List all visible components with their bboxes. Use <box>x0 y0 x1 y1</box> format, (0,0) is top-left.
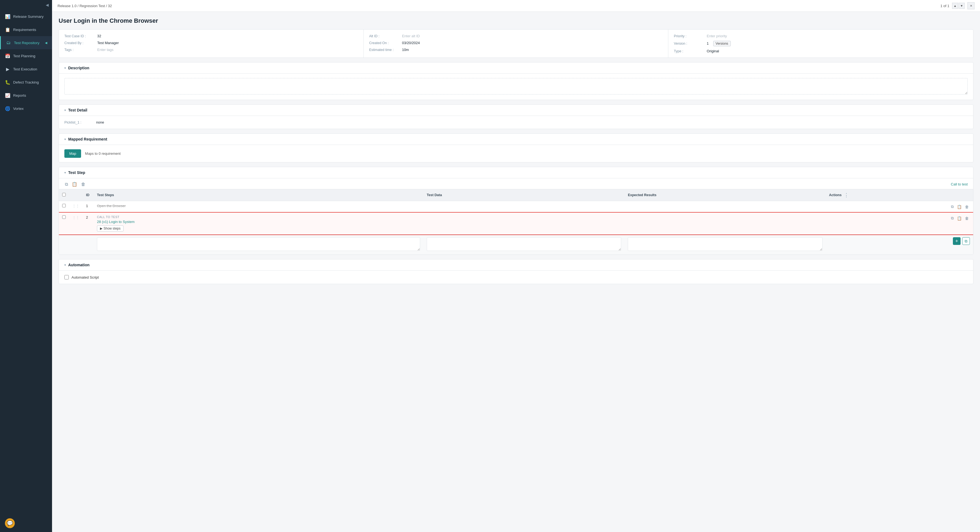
sidebar-bottom: 💬 <box>0 514 52 532</box>
row2-delete-button[interactable]: 🗑 <box>964 215 970 221</box>
sidebar-item-release-summary[interactable]: 📊 Release Summary <box>0 10 52 23</box>
col-header-expected-results: Expected Results <box>624 189 826 201</box>
alt-id-value[interactable]: Enter alt ID <box>402 34 420 38</box>
row2-copy-button[interactable]: ⧉ <box>950 215 955 221</box>
add-row-expected-input-cell <box>624 234 826 255</box>
info-card-middle: Alt ID : Enter alt ID Created On : 03/20… <box>364 30 668 57</box>
created-on-value: 03/20/2024 <box>402 41 420 45</box>
sidebar-item-label: Reports <box>13 93 26 97</box>
estimated-time-label: Estimated time : <box>369 48 399 52</box>
paste-step-button[interactable]: 📋 <box>71 181 78 187</box>
automation-chevron: ▾ <box>64 263 66 267</box>
test-detail-section-header[interactable]: ▾ Test Detail <box>59 105 973 116</box>
description-section-header[interactable]: ▾ Description <box>59 62 973 74</box>
sidebar-item-label: Requirements <box>13 28 36 32</box>
sidebar-item-defect-tracking[interactable]: 🐛 Defect Tracking <box>0 76 52 89</box>
chat-button[interactable]: 💬 <box>5 518 15 528</box>
step-toolbar: ⧉ 📋 🗑 Call to test <box>59 178 973 189</box>
description-textarea[interactable] <box>64 78 968 94</box>
new-test-data-input[interactable] <box>427 237 621 251</box>
sidebar-item-test-execution[interactable]: ▶ Test Execution <box>0 62 52 76</box>
row2-paste-button[interactable]: 📋 <box>956 215 963 221</box>
type-label: Type : <box>674 49 704 53</box>
row2-checkbox-cell <box>59 213 69 234</box>
sidebar-item-label: Release Summary <box>13 14 43 19</box>
topbar: Release 1.0 / Regression Test / 32 1 of … <box>52 0 980 12</box>
automated-script-checkbox[interactable] <box>64 275 69 279</box>
row1-expected-results <box>624 201 826 213</box>
test-step-title: Test Step <box>68 170 85 175</box>
created-by-value: Test Manager <box>97 41 119 45</box>
versions-button[interactable]: Versions <box>713 41 731 46</box>
tags-value[interactable]: Enter tags <box>97 48 113 52</box>
test-step-section-header[interactable]: ▾ Test Step <box>59 167 973 178</box>
add-step-button[interactable]: + <box>953 237 961 245</box>
close-panel-button[interactable]: ✕ <box>967 2 975 9</box>
sidebar-item-label: Defect Tracking <box>13 80 39 84</box>
new-step-input[interactable] <box>97 237 420 251</box>
test-repository-icon: 🗂 <box>6 40 11 45</box>
row1-checkbox[interactable] <box>62 204 66 207</box>
col-header-id: ID <box>83 189 94 201</box>
map-button[interactable]: Map <box>64 149 81 158</box>
call-link[interactable]: 28 (v1) Login to System <box>97 220 134 224</box>
row1-paste-button[interactable]: 📋 <box>956 204 963 210</box>
mapped-requirement-section: ▾ Mapped Requirement Map Maps to 0 requi… <box>59 134 974 162</box>
sidebar-item-test-planning[interactable]: 📅 Test Planning <box>0 49 52 62</box>
automation-title: Automation <box>68 263 89 267</box>
col-header-test-data: Test Data <box>423 189 624 201</box>
row2-test-data <box>423 213 624 234</box>
defect-tracking-icon: 🐛 <box>5 80 10 85</box>
automation-body: Automated Script <box>59 271 973 284</box>
call-to-test-badge: CALL TO TEST <box>97 215 420 218</box>
sidebar-item-reports[interactable]: 📈 Reports <box>0 89 52 102</box>
test-execution-icon: ▶ <box>5 66 10 72</box>
alt-id-label: Alt ID : <box>369 34 399 38</box>
sidebar-item-vortex[interactable]: 🌀 Vortex <box>0 102 52 115</box>
row1-drag-handle[interactable]: ⋮⋮ <box>69 201 83 213</box>
description-title: Description <box>68 66 89 70</box>
copy-step-button[interactable]: ⧉ <box>64 181 68 187</box>
add-row-check <box>59 234 69 255</box>
table-row: ⋮⋮ 1 Open the Browser ⧉ 📋 🗑 <box>59 201 973 213</box>
info-card-left: Test Case ID : 32 Created By : Test Mana… <box>59 30 364 57</box>
test-case-id-value: 32 <box>97 34 101 38</box>
test-detail-body: Picklist_1 : none <box>59 116 973 129</box>
page-title: User Login in the Chrome Browser <box>59 17 974 24</box>
row2-checkbox[interactable] <box>62 215 66 219</box>
select-all-checkbox[interactable] <box>62 193 66 196</box>
actions-menu-button[interactable]: ⋮ <box>843 192 850 198</box>
vortex-icon: 🌀 <box>5 106 10 111</box>
mapped-req-chevron: ▾ <box>64 137 66 141</box>
table-header-row: ID Test Steps Test Data Expected Results… <box>59 189 973 201</box>
chevron-right-icon: ▶ <box>100 226 102 230</box>
topbar-right: 1 of 1 ▲ ▼ ✕ <box>940 2 975 9</box>
picklist-value: none <box>96 120 104 124</box>
sidebar: ◀ 📊 Release Summary 📋 Requirements 🗂 Tes… <box>0 0 52 532</box>
test-step-chevron: ▾ <box>64 171 66 175</box>
row2-drag-handle[interactable]: ⋮⋮ <box>69 213 83 234</box>
priority-value[interactable]: Enter priority <box>706 34 727 38</box>
mapped-req-body: Map Maps to 0 requirement <box>59 145 973 162</box>
row1-test-data <box>423 201 624 213</box>
row2-step-content: CALL TO TEST 28 (v1) Login to System ▶ S… <box>94 213 423 234</box>
row1-id: 1 <box>83 201 94 213</box>
automation-section-header[interactable]: ▾ Automation <box>59 260 973 271</box>
copy-new-step-button[interactable]: ⧉ <box>962 237 970 245</box>
nav-up-button[interactable]: ▲ <box>952 3 958 9</box>
sidebar-item-label: Test Planning <box>13 54 35 58</box>
nav-down-button[interactable]: ▼ <box>959 3 965 9</box>
sidebar-item-test-repository[interactable]: 🗂 Test Repository ◀ <box>0 36 52 49</box>
show-steps-button[interactable]: ▶ Show steps <box>97 225 124 231</box>
row1-copy-button[interactable]: ⧉ <box>950 204 955 210</box>
sidebar-item-requirements[interactable]: 📋 Requirements <box>0 23 52 36</box>
call-to-test-link[interactable]: Call to test <box>951 182 968 186</box>
sidebar-collapse-button[interactable]: ◀ <box>0 0 52 10</box>
add-row-test-data-input-cell <box>423 234 624 255</box>
new-expected-results-input[interactable] <box>628 237 822 251</box>
automated-script-row: Automated Script <box>64 275 968 279</box>
mapped-req-section-header[interactable]: ▾ Mapped Requirement <box>59 134 973 145</box>
row1-delete-button[interactable]: 🗑 <box>964 204 970 210</box>
delete-step-button[interactable]: 🗑 <box>81 181 86 187</box>
description-body <box>59 74 973 100</box>
